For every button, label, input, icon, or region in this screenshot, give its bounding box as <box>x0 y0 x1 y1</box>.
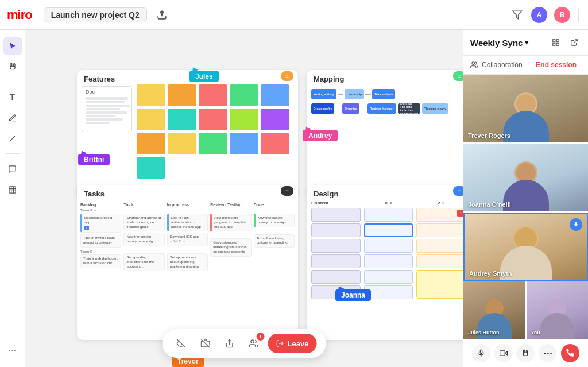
mapping-content: Writing activity Leadership Data analysi… <box>307 86 463 195</box>
more-control-btn[interactable]: ⋯ <box>539 344 557 362</box>
video-feed-joanna: Joanna O'neill <box>463 144 588 213</box>
chat-bubble-tasks: ≡ <box>281 186 293 196</box>
wireframe <box>311 254 361 268</box>
external-link-btn[interactable] <box>567 36 581 49</box>
task-card: Download android app• <box>80 214 121 233</box>
filter-icon[interactable] <box>509 7 525 23</box>
map-node: Create profile <box>311 103 334 114</box>
svg-marker-1 <box>513 11 522 19</box>
wireframe <box>311 285 361 299</box>
video-feed-trever: Trever Rogers <box>463 75 588 144</box>
design-col-v1: v. 1 <box>364 200 413 335</box>
map-node: ContinueThe datato do thisin interesting <box>398 103 420 114</box>
map-node: Thinking clearly <box>422 103 448 114</box>
mapping-section: Mapping Writing activity Leadership Data… <box>307 70 463 196</box>
review-col: Review / Testing Add incomplete progress… <box>210 203 251 333</box>
frame-tool[interactable] <box>3 180 22 199</box>
col-header-todo: To-do <box>123 203 164 207</box>
logo: miro <box>7 7 32 22</box>
end-session-button[interactable]: End session <box>531 59 581 71</box>
camera-control-btn[interactable] <box>494 344 513 362</box>
chat-bubble-design: ≡ <box>453 186 463 196</box>
wireframe-v1 <box>364 208 413 222</box>
svg-marker-24 <box>505 351 507 355</box>
share-btn[interactable] <box>220 334 239 353</box>
upload-button[interactable] <box>154 7 170 23</box>
features-title: Features <box>77 70 298 86</box>
svg-rect-25 <box>500 351 505 356</box>
design-col-v2: v. 2 ! <box>416 200 463 335</box>
task-card: Get customized marketing site a focus on… <box>210 238 251 256</box>
camera-btn[interactable] <box>196 334 215 353</box>
sticky-note <box>230 109 258 130</box>
wireframe-v1-selected <box>364 223 413 237</box>
end-call-btn[interactable] <box>561 344 579 362</box>
topbar-right: A B <box>509 6 581 24</box>
map-node: Data analysis <box>372 89 395 99</box>
panel-icons <box>549 36 581 49</box>
weekly-sync-title: Weekly Sync ▾ <box>470 38 528 48</box>
avatar-user1[interactable]: A <box>530 6 548 24</box>
video-feed-audrey: Audrey Smyth <box>463 213 588 281</box>
mic-control-btn[interactable] <box>472 344 490 362</box>
video-controls: ⋯ <box>463 339 588 367</box>
svg-rect-3 <box>9 186 16 192</box>
select-tool[interactable] <box>3 37 22 55</box>
wireframe <box>311 239 361 253</box>
design-col-content: Content <box>311 200 361 335</box>
bottom-toolbar: 1 Leave <box>163 329 326 358</box>
wireframe-v1 <box>364 285 413 299</box>
sticky-note <box>137 109 165 130</box>
inprogress-col: In progress Link to Fulfil authenticatio… <box>167 203 208 333</box>
design-section: Design Content v. 1 <box>307 185 463 340</box>
svg-rect-14 <box>556 40 559 42</box>
task-card: Strategy and advice at scale: focusing o… <box>123 214 164 231</box>
video-feed-you: You <box>527 281 589 339</box>
map-node: Organize <box>342 103 359 114</box>
sticky-design <box>416 270 463 299</box>
people-badge: 1 <box>257 333 265 341</box>
wireframe-v2 <box>416 239 463 253</box>
avatar-user2[interactable]: B <box>553 6 571 24</box>
chat-bubble-features: ≡ <box>281 71 293 81</box>
dropdown-icon[interactable]: ▾ <box>525 38 528 47</box>
done-col: Done New transaction history to redesign… <box>254 203 295 333</box>
mapping-title: Mapping <box>307 70 463 86</box>
present-mode-btn[interactable] <box>172 334 191 353</box>
chat-bubble-mapping: ≡ <box>453 71 463 81</box>
svg-point-18 <box>472 62 475 65</box>
sticky-note <box>261 133 289 154</box>
wireframe-v1 <box>364 254 413 268</box>
svg-line-9 <box>201 339 210 348</box>
wireframe <box>311 208 361 222</box>
task-card: Set up reminders about upcoming marketin… <box>167 253 208 271</box>
topbar: miro Launch new project Q2 A B <box>0 0 588 30</box>
task-card: Tips on inviting team around to category <box>80 234 121 248</box>
sticky-note <box>199 84 227 106</box>
grid-view-btn[interactable] <box>549 36 563 49</box>
collab-label: Collaboration <box>470 61 523 69</box>
people-btn[interactable]: 1 <box>244 334 264 353</box>
tasks-title: Tasks <box>77 185 298 200</box>
draw-tool[interactable] <box>3 129 22 148</box>
project-title[interactable]: Launch new project Q2 <box>44 7 147 22</box>
text-tool[interactable]: T <box>3 88 22 106</box>
todo-col: To-do Strategy and advice at scale: focu… <box>123 203 164 333</box>
sticky-note <box>230 84 258 106</box>
leave-button[interactable]: Leave <box>268 334 317 353</box>
svg-line-17 <box>574 40 577 43</box>
svg-point-11 <box>251 340 254 343</box>
wireframe <box>311 270 361 284</box>
hand-tool[interactable] <box>3 57 22 76</box>
features-section: Features Doc <box>77 70 298 196</box>
comment-tool[interactable] <box>3 160 22 178</box>
task-columns: Backlog Team A → Download android app• T… <box>77 200 298 335</box>
note-tool[interactable] <box>3 109 22 127</box>
more-tools[interactable]: ··· <box>3 342 22 360</box>
sticky-note <box>137 84 165 106</box>
canvas-area[interactable]: Features Doc <box>25 30 463 367</box>
tasks-section: Tasks Backlog Team A → Download android … <box>77 185 298 340</box>
separator2 <box>6 153 20 154</box>
video-mic-active <box>570 218 582 231</box>
hand-control-btn[interactable] <box>516 344 535 362</box>
